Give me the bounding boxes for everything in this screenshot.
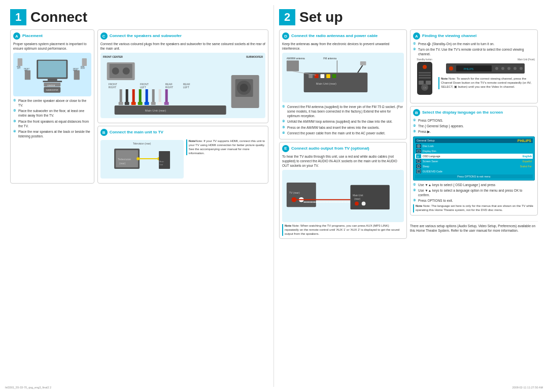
svg-rect-92: [419, 72, 431, 74]
svg-text:Main Unit (rear): Main Unit (rear): [316, 82, 336, 85]
placement-header: A Placement: [13, 32, 91, 40]
svg-rect-1: [38, 61, 66, 78]
radio-diagram: FM antenna Main Unit (rear): [282, 53, 404, 102]
svg-rect-96: [426, 81, 431, 85]
screen-row-screen-saver: Screen Saver Español: [415, 159, 533, 164]
connect-section: 1 Connect A Placement Proper speakers sy…: [5, 5, 274, 387]
svg-rect-39: [138, 102, 142, 105]
svg-text:RIGHT: RIGHT: [81, 67, 85, 69]
placement-step-1: Place the centre speaker above or close …: [13, 98, 91, 108]
svg-rect-116: [417, 170, 420, 173]
display-language-intro-steps: Press OPTIONS. The { General Setup } app…: [413, 118, 535, 134]
philips-logo: PHILIPS: [518, 139, 531, 142]
svg-text:LEFT: LEFT: [183, 86, 189, 89]
finding-channel-section: A Finding the viewing channel Press ⏻ (S…: [410, 29, 538, 103]
speakers-title: Connect the speakers and subwoofer: [110, 33, 182, 39]
svg-rect-34: [125, 89, 128, 102]
svg-text:(rear): (rear): [119, 162, 126, 165]
svg-text:Unit: Unit: [159, 163, 163, 166]
svg-rect-46: [165, 89, 167, 102]
finding-step-1: Press ⏻ (Standby-On) on the main unit to…: [413, 42, 535, 46]
display-dim-value: ...: [530, 150, 532, 153]
speakers-diagram-svg: FRONT RIGHT FRONT LEFT REAR RIGHT REAR L…: [103, 60, 263, 116]
radio-body: Keep the antennas away from the electron…: [282, 42, 404, 51]
finding-channel-note: Note Note: To search for the correct vie…: [438, 77, 535, 89]
audio-output-note-text: Note: When watching the TV programs, you…: [285, 224, 399, 235]
connect-main-letter: B: [100, 129, 108, 136]
radio-step-2: Unfold the AM/MW loop antenna (supplied)…: [282, 119, 404, 124]
guide-icon: [416, 169, 421, 173]
screen-row-guide-vid: GUIDE/VID Code: [415, 169, 533, 174]
screen-saver-label: Screen Saver: [423, 160, 523, 163]
osd-language-value: English: [523, 155, 532, 158]
svg-text:FM antenna: FM antenna: [323, 57, 336, 60]
svg-text:Main: Main: [159, 160, 164, 163]
connect-main-note-text: Note: If your TV supports HDMI, connect …: [189, 139, 265, 154]
finding-channel-steps: Press ⏻ (Standby-On) on the main unit to…: [413, 42, 535, 56]
svg-rect-68: [309, 74, 313, 78]
svg-rect-101: [456, 65, 492, 72]
note-label-2: Note: [285, 224, 292, 227]
audio-output-header: E Connect audio output from TV (optional…: [282, 145, 404, 152]
audio-output-section: E Connect audio output from TV (optional…: [279, 142, 407, 239]
screen-row-display-dim: Display Dim ...: [415, 149, 533, 154]
connect-main-title: Connect the main unit to TV: [110, 130, 163, 135]
note-label-4: Note: [416, 204, 423, 207]
connect-title: Connect: [30, 9, 87, 25]
remote-svg: OK: [415, 62, 435, 97]
svg-rect-33: [118, 102, 123, 105]
radio-header: D Connect the radio antennas and power c…: [282, 32, 404, 40]
radio-letter: D: [282, 32, 289, 40]
finding-channel-letter: A: [413, 32, 420, 40]
svg-rect-3: [43, 81, 62, 82]
svg-point-104: [501, 67, 504, 70]
subwoofer-label: SUBWOOFER: [246, 55, 263, 58]
svg-point-88: [355, 202, 359, 206]
options-bar: Press OPTIONS to exit menu: [415, 174, 533, 179]
remote-diagram-container: Standby button OK: [413, 58, 436, 98]
svg-rect-43: [151, 102, 155, 105]
svg-text:CENTER: CENTER: [47, 85, 55, 87]
audio-output-title: Connect audio output from TV (optional): [291, 146, 369, 151]
audio-output-note: Note Note: When watching the TV programs…: [282, 224, 404, 236]
placement-title: Placement: [22, 33, 43, 39]
display-after-step-2: Use ▼▲ keys to select a language option …: [413, 188, 535, 197]
svg-text:LEFT: LEFT: [140, 86, 146, 89]
display-step-2: The { General Setup } appears.: [413, 124, 535, 128]
display-language-note-text: Note: The language set here is only for …: [416, 204, 533, 211]
svg-text:SUBWOOFER: SUBWOOFER: [46, 89, 58, 91]
display-after-step-3: Press OPTIONS to exit.: [413, 198, 535, 203]
setup-screen: General Setup PHILIPS Disc Lock: [413, 136, 535, 181]
display-language-after-steps: Use ▼▲ keys to select { OSD Language } a…: [413, 183, 535, 203]
svg-rect-79: [287, 183, 316, 207]
standby-label: Standby button: [413, 58, 436, 61]
main-unit-front-container: Main Unit (Front) PHILIPS: [438, 58, 535, 98]
svg-rect-2: [48, 79, 57, 81]
svg-text:Television: Television: [118, 158, 131, 161]
radio-step-4: Connect the power cable from the main un…: [282, 131, 404, 135]
svg-point-109: [418, 145, 420, 147]
svg-text:LEFT: LEFT: [17, 67, 21, 69]
svg-point-53: [239, 84, 248, 92]
svg-point-106: [513, 67, 517, 70]
footer-right: 2008-02-11 11:27:50 AM: [512, 386, 543, 389]
disc-lock-label: Disc Lock: [423, 145, 532, 148]
svg-point-91: [423, 65, 427, 69]
speaker-placement-svg: CENTER FRONT LEFT FRONT RIGHT REAR LEFT: [15, 55, 89, 94]
setup-section: 2 Set up D Connect the radio antennas an…: [274, 5, 543, 387]
svg-rect-110: [417, 150, 420, 152]
display-step-3: Press ▶.: [413, 129, 535, 134]
svg-rect-78: [360, 61, 366, 65]
svg-text:RIGHT: RIGHT: [165, 86, 173, 89]
connect-main-header: B Connect the main unit to TV: [100, 129, 265, 136]
svg-point-59: [136, 157, 140, 160]
svg-rect-72: [332, 74, 336, 78]
svg-rect-37: [131, 102, 135, 105]
tv-connection-svg: Television (rear) Main Unit: [102, 146, 182, 176]
display-language-note: Note Note: The language set here is only…: [413, 204, 535, 212]
setup-header: 2 Set up: [279, 9, 538, 25]
svg-point-103: [495, 67, 498, 70]
setup-title: Set up: [299, 9, 343, 25]
svg-rect-36: [132, 89, 134, 102]
svg-rect-48: [114, 105, 226, 115]
